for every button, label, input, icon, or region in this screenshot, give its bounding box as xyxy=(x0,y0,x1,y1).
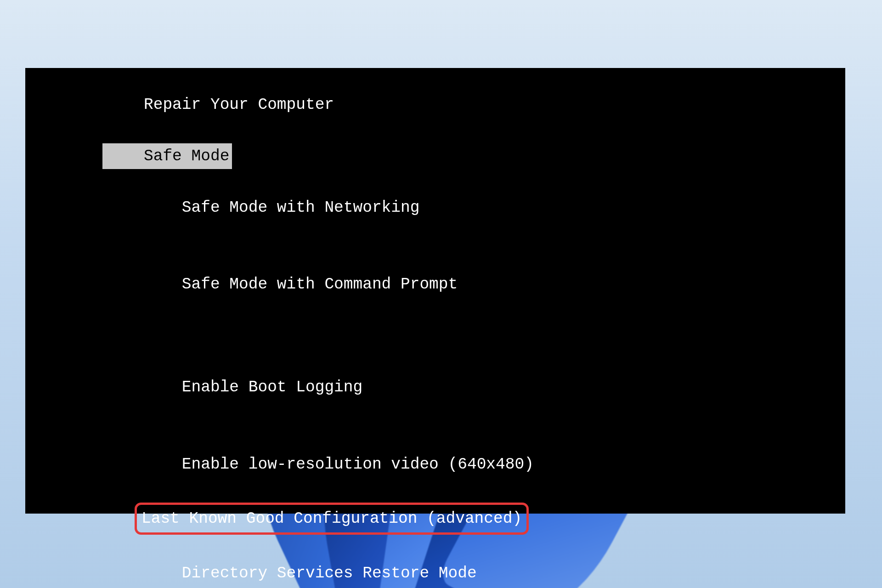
menu-spacer xyxy=(25,323,845,349)
boot-option-safe-mode-cmd[interactable]: Safe Mode with Command Prompt xyxy=(144,246,845,323)
menu-spacer xyxy=(25,118,845,143)
boot-option-safe-mode-networking[interactable]: Safe Mode with Networking xyxy=(144,169,845,246)
boot-option-label: Safe Mode with Command Prompt xyxy=(182,271,458,297)
boot-option-label: Directory Services Restore Mode xyxy=(182,560,477,586)
boot-option-label: Enable low-resolution video (640x480) xyxy=(182,452,534,477)
boot-option-directory-services-restore[interactable]: Directory Services Restore Mode xyxy=(144,535,845,588)
boot-option-label: Safe Mode xyxy=(102,143,232,169)
boot-option-boot-logging[interactable]: Enable Boot Logging xyxy=(144,349,845,426)
boot-option-label: Enable Boot Logging xyxy=(182,374,362,400)
boot-option-label: Safe Mode with Networking xyxy=(182,195,420,220)
boot-option-safe-mode[interactable]: Safe Mode xyxy=(107,143,845,169)
boot-option-low-res-video[interactable]: Enable low-resolution video (640x480) xyxy=(144,426,845,503)
boot-menu-title: Repair Your Computer xyxy=(144,92,845,118)
boot-option-label: Last Known Good Configuration (advanced) xyxy=(135,503,529,535)
boot-option-last-known-good[interactable]: Last Known Good Configuration (advanced) xyxy=(139,503,845,535)
advanced-boot-options-screen: Repair Your Computer Safe Mode Safe Mode… xyxy=(25,68,845,514)
